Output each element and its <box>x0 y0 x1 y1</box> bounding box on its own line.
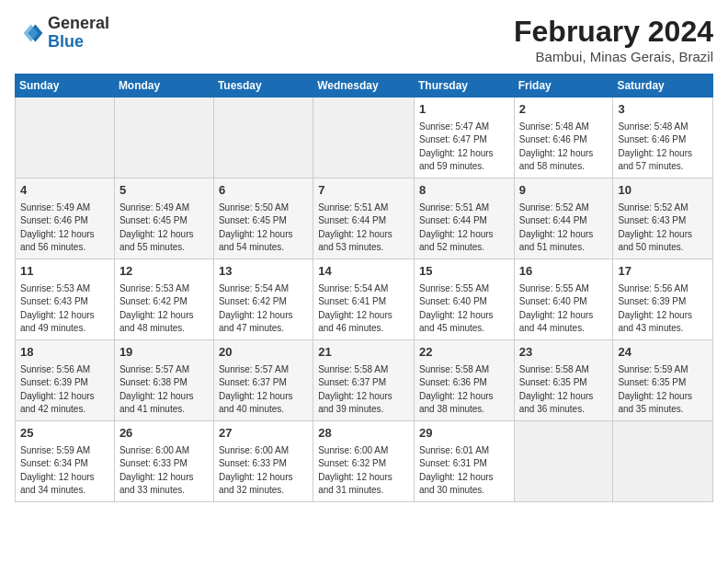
calendar-cell: 18Sunrise: 5:56 AMSunset: 6:39 PMDayligh… <box>16 340 115 421</box>
day-info: and 32 minutes. <box>219 484 308 498</box>
logo-blue-text: Blue <box>48 33 109 52</box>
column-header-wednesday: Wednesday <box>313 75 415 98</box>
day-info: and 42 minutes. <box>20 403 109 417</box>
day-info: Sunset: 6:42 PM <box>119 295 209 309</box>
day-number: 8 <box>419 182 509 200</box>
calendar-cell <box>613 421 713 502</box>
day-info: and 31 minutes. <box>318 484 409 498</box>
calendar-cell <box>514 421 613 502</box>
day-info: Sunrise: 5:54 AM <box>219 282 308 296</box>
logo-general-text: General <box>48 15 109 33</box>
day-info: Sunrise: 6:00 AM <box>119 444 209 458</box>
logo-icon <box>15 18 44 48</box>
column-header-monday: Monday <box>114 75 213 98</box>
calendar-cell: 7Sunrise: 5:51 AMSunset: 6:44 PMDaylight… <box>313 178 415 259</box>
day-number: 27 <box>219 425 308 442</box>
day-info: Sunrise: 5:52 AM <box>519 201 609 215</box>
day-info: Sunrise: 5:47 AM <box>419 121 509 134</box>
day-info: Sunset: 6:38 PM <box>119 376 209 390</box>
location-subtitle: Bambui, Minas Gerais, Brazil <box>514 49 713 64</box>
day-number: 3 <box>618 101 708 119</box>
day-info: Sunset: 6:34 PM <box>20 457 109 471</box>
day-info: and 46 minutes. <box>318 322 409 336</box>
calendar-cell: 25Sunrise: 5:59 AMSunset: 6:34 PMDayligh… <box>16 421 115 502</box>
day-info: Sunrise: 5:54 AM <box>318 282 409 296</box>
day-number: 18 <box>20 344 109 362</box>
calendar-cell: 13Sunrise: 5:54 AMSunset: 6:42 PMDayligh… <box>213 259 313 340</box>
day-info: Sunrise: 5:53 AM <box>20 282 109 296</box>
day-info: Sunset: 6:35 PM <box>618 376 708 390</box>
column-header-friday: Friday <box>514 75 613 98</box>
day-info: Sunset: 6:33 PM <box>219 457 308 471</box>
day-info: Sunrise: 5:51 AM <box>318 201 409 215</box>
calendar-cell: 24Sunrise: 5:59 AMSunset: 6:35 PMDayligh… <box>613 340 713 421</box>
day-info: Daylight: 12 hours <box>519 147 609 161</box>
day-info: Daylight: 12 hours <box>219 390 308 404</box>
calendar-cell: 1Sunrise: 5:47 AMSunset: 6:47 PMDaylight… <box>414 98 514 178</box>
column-header-sunday: Sunday <box>16 75 115 98</box>
day-number: 28 <box>318 425 409 442</box>
calendar-cell: 17Sunrise: 5:56 AMSunset: 6:39 PMDayligh… <box>613 259 713 340</box>
calendar-cell: 6Sunrise: 5:50 AMSunset: 6:45 PMDaylight… <box>213 178 313 259</box>
day-number: 13 <box>219 263 308 281</box>
day-info: and 34 minutes. <box>20 484 109 498</box>
calendar-cell: 27Sunrise: 6:00 AMSunset: 6:33 PMDayligh… <box>213 421 313 502</box>
day-info: Daylight: 12 hours <box>119 309 209 323</box>
calendar-week-row: 11Sunrise: 5:53 AMSunset: 6:43 PMDayligh… <box>16 259 713 340</box>
day-info: Sunset: 6:46 PM <box>519 133 609 147</box>
day-info: and 41 minutes. <box>119 403 209 417</box>
day-info: Daylight: 12 hours <box>419 390 509 404</box>
day-info: Daylight: 12 hours <box>618 228 708 242</box>
calendar-cell: 16Sunrise: 5:55 AMSunset: 6:40 PMDayligh… <box>514 259 613 340</box>
title-block: February 2024 Bambui, Minas Gerais, Braz… <box>514 15 713 64</box>
calendar-week-row: 4Sunrise: 5:49 AMSunset: 6:46 PMDaylight… <box>16 178 713 259</box>
calendar-cell: 2Sunrise: 5:48 AMSunset: 6:46 PMDaylight… <box>514 98 613 178</box>
day-number: 22 <box>419 344 509 362</box>
day-info: Sunrise: 5:55 AM <box>419 282 509 296</box>
calendar-week-row: 18Sunrise: 5:56 AMSunset: 6:39 PMDayligh… <box>16 340 713 421</box>
calendar-cell: 14Sunrise: 5:54 AMSunset: 6:41 PMDayligh… <box>313 259 415 340</box>
day-number: 11 <box>20 263 109 281</box>
day-info: Daylight: 12 hours <box>318 309 409 323</box>
day-info: Daylight: 12 hours <box>419 147 509 161</box>
day-info: Sunrise: 5:52 AM <box>618 201 708 215</box>
day-info: and 43 minutes. <box>618 322 708 336</box>
day-number: 2 <box>519 101 609 119</box>
day-info: Sunset: 6:36 PM <box>419 376 509 390</box>
day-number: 24 <box>618 344 708 362</box>
calendar-cell: 12Sunrise: 5:53 AMSunset: 6:42 PMDayligh… <box>114 259 213 340</box>
calendar-body: 1Sunrise: 5:47 AMSunset: 6:47 PMDaylight… <box>16 98 713 502</box>
calendar-cell <box>114 98 213 178</box>
day-info: Sunset: 6:37 PM <box>318 376 409 390</box>
day-number: 17 <box>618 263 708 281</box>
day-info: Sunrise: 5:58 AM <box>318 363 409 377</box>
calendar-cell: 3Sunrise: 5:48 AMSunset: 6:46 PMDaylight… <box>613 98 713 178</box>
day-info: Sunset: 6:40 PM <box>419 295 509 309</box>
calendar-cell: 15Sunrise: 5:55 AMSunset: 6:40 PMDayligh… <box>414 259 514 340</box>
day-info: Sunrise: 6:01 AM <box>419 444 509 458</box>
calendar-week-row: 25Sunrise: 5:59 AMSunset: 6:34 PMDayligh… <box>16 421 713 502</box>
day-info: Sunset: 6:44 PM <box>519 214 609 228</box>
day-info: Sunrise: 5:49 AM <box>20 201 109 215</box>
day-info: Daylight: 12 hours <box>20 390 109 404</box>
day-info: Sunset: 6:41 PM <box>318 295 409 309</box>
day-info: and 51 minutes. <box>519 241 609 255</box>
calendar-cell <box>213 98 313 178</box>
day-info: Daylight: 12 hours <box>20 471 109 485</box>
calendar-cell: 29Sunrise: 6:01 AMSunset: 6:31 PMDayligh… <box>414 421 514 502</box>
day-info: and 45 minutes. <box>419 322 509 336</box>
day-info: Sunrise: 5:51 AM <box>419 201 509 215</box>
day-info: Daylight: 12 hours <box>519 228 609 242</box>
day-info: Sunset: 6:43 PM <box>618 214 708 228</box>
day-info: Sunrise: 5:48 AM <box>519 121 609 134</box>
calendar-cell <box>16 98 115 178</box>
day-info: Sunrise: 5:57 AM <box>119 363 209 377</box>
calendar-cell: 26Sunrise: 6:00 AMSunset: 6:33 PMDayligh… <box>114 421 213 502</box>
day-info: Sunrise: 5:58 AM <box>519 363 609 377</box>
calendar-cell: 4Sunrise: 5:49 AMSunset: 6:46 PMDaylight… <box>16 178 115 259</box>
day-number: 26 <box>119 425 209 442</box>
day-info: and 59 minutes. <box>419 160 509 174</box>
day-info: Daylight: 12 hours <box>119 390 209 404</box>
day-number: 19 <box>119 344 209 362</box>
day-info: and 36 minutes. <box>519 403 609 417</box>
